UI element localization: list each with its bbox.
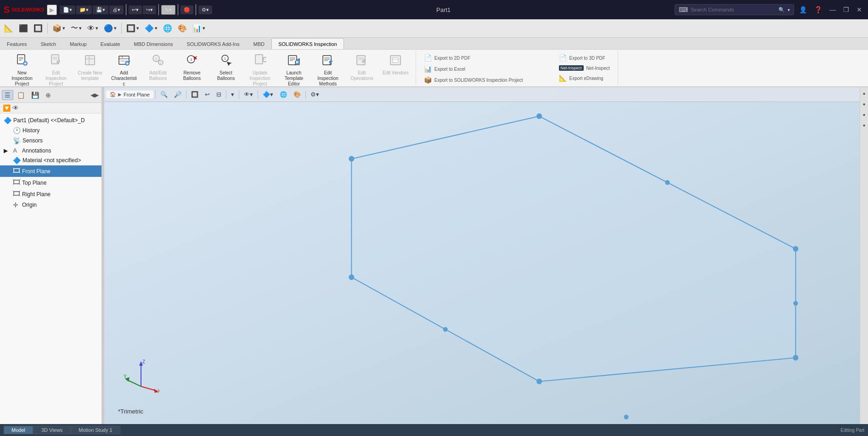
edit-vendors-btn[interactable]: Edit Vendors [379, 51, 412, 83]
model-tab[interactable]: Model [4, 426, 33, 434]
save-btn[interactable]: 💾▾ [93, 6, 108, 14]
export-2d-pdf-btn[interactable]: 📄 Export to 2D PDF [420, 52, 474, 63]
tab-features[interactable]: Features [0, 38, 34, 49]
axis-svg: Z X Y [123, 359, 159, 396]
search-input[interactable] [691, 7, 776, 12]
view-setting-btn[interactable]: 🎨 [175, 23, 189, 34]
create-new-template-btn[interactable]: Create New template [73, 51, 107, 83]
tab-solidworks-inspection[interactable]: SOLIDWORKS Inspection [271, 38, 344, 49]
rebuild-btn[interactable]: 🔴 [180, 6, 193, 14]
tree-item-right-plane[interactable]: Right Plane [0, 188, 101, 200]
export-3d-pdf-btn[interactable]: 📄 Export to 3D PDF [555, 52, 609, 63]
export-edrawing-btn[interactable]: 📐 Export eDrawing [555, 73, 608, 84]
new-inspection-project-btn[interactable]: New Inspection Project [6, 51, 39, 83]
view-previous-btn[interactable]: ↩ [202, 90, 213, 99]
export-3d-label: Export to 3D PDF [569, 56, 605, 61]
search-commands-box[interactable]: ⌨ 🔍 ▾ [675, 4, 794, 15]
tree-item-sensors[interactable]: 📡 Sensors [0, 136, 101, 146]
section-view-btn[interactable]: 🔵▾ [101, 23, 119, 34]
tab-mbd[interactable]: MBD [246, 38, 271, 49]
add-characteristic-btn[interactable]: ① Characteristic Add Characteristic [107, 51, 141, 83]
tree-item-front-plane[interactable]: Front Plane [0, 165, 101, 177]
tree-item-material[interactable]: 🔷 Material <not specified> [0, 155, 101, 165]
minimize-btn[interactable]: — [827, 5, 838, 14]
open-file-btn[interactable]: 📁▾ [76, 6, 92, 14]
section-view-btn[interactable]: ⊟ [214, 90, 224, 99]
export-sw-project-btn[interactable]: 📦 Export to SOLIDWORKS Inspection Projec… [420, 74, 527, 85]
undo-btn[interactable]: ↩▾ [129, 6, 142, 14]
3d-views-tab[interactable]: 3D Views [34, 426, 70, 434]
render-tools-btn[interactable]: 🎨 [291, 90, 304, 99]
dim-expert-btn[interactable]: ⊕ [43, 90, 54, 100]
search-dropdown-icon[interactable]: ▾ [788, 7, 790, 12]
redo-btn[interactable]: ↪▾ [143, 6, 156, 14]
tree-item-origin[interactable]: ✛ Origin [0, 200, 101, 210]
launch-template-editor-btn[interactable]: ▶ Launch Template Editor [277, 51, 310, 83]
svg-point-67 [349, 156, 354, 162]
options-btn[interactable]: ⚙▾ [198, 6, 212, 14]
breadcrumb-home-icon[interactable]: 🏠 [110, 91, 116, 97]
sep-t2 [121, 23, 122, 34]
smart-dimension-btn[interactable]: 📐 [2, 23, 16, 34]
edit-inspection-methods-btn[interactable]: Edit Inspection Methods [311, 51, 344, 83]
right-panel-btn1[interactable]: ● [862, 90, 866, 97]
view-orient-btn[interactable]: 🔲 [188, 90, 201, 99]
new-file-btn[interactable]: 📄▾ [60, 6, 75, 14]
update-inspection-btn[interactable]: Update Inspection Project [243, 51, 276, 83]
zoom-in-btn[interactable]: 🔎 [171, 90, 184, 99]
zoom-to-fit-btn[interactable]: 🔍 [158, 90, 170, 99]
restore-btn[interactable]: ❐ [841, 5, 851, 14]
curve-btn[interactable]: 〜▾ [68, 22, 84, 34]
tree-item-annotations[interactable]: ▶ A Annotations [0, 146, 101, 155]
make-block-btn[interactable]: ⬛ [17, 23, 30, 34]
tab-evaluate[interactable]: Evaluate [94, 38, 127, 49]
svg-text:Z: Z [142, 359, 145, 364]
display-style-vp-btn[interactable]: 🔷▾ [260, 90, 276, 99]
export-excel-btn[interactable]: 📊 Export to Excel [420, 63, 469, 74]
right-panel-btn4[interactable]: ● [862, 122, 866, 129]
sep-t1 [47, 23, 48, 34]
tab-mbd-dimensions[interactable]: MBD Dimensions [127, 38, 180, 49]
select-tool-btn[interactable]: ↖▾ [161, 5, 175, 15]
view-orientation-btn[interactable]: 🔲▾ [124, 23, 141, 34]
tree-item-top-plane[interactable]: Top Plane [0, 177, 101, 188]
scene-btn[interactable]: 🌐 [161, 23, 175, 34]
edit-inspection-btn[interactable]: Edit Inspection Project [39, 51, 73, 83]
help-btn[interactable]: ❓ [812, 5, 824, 14]
hide-show-btn[interactable]: 👁▾ [85, 23, 101, 34]
feature-manager-btn[interactable]: ☰ [2, 90, 13, 100]
display-style-btn[interactable]: 🔷▾ [142, 23, 160, 34]
tab-markup[interactable]: Markup [63, 38, 94, 49]
tab-solidworks-addins[interactable]: SOLIDWORKS Add-Ins [180, 38, 247, 49]
left-panel-toolbar: ☰ 📋 💾 ⊕ ◀▶ [0, 87, 101, 103]
remove-balloons-btn[interactable]: 1 Remove Balloons [175, 51, 209, 83]
net-inspect-btn[interactable]: Net-Inspect Net-Inspect [555, 63, 614, 73]
user-icon-btn[interactable]: 👤 [797, 5, 809, 14]
motion-study-tab[interactable]: Motion Study 1 [71, 426, 120, 434]
select-balloons-btn[interactable]: 1 Select Balloons [209, 51, 242, 83]
config-manager-btn[interactable]: 💾 [28, 90, 42, 100]
view-settings-btn[interactable]: ⚙▾ [308, 90, 322, 99]
title-bar: S SOLIDWORKS ▶ 📄▾ 📁▾ 💾▾ 🖨▾ ↩▾ ↪▾ ↖▾ 🔴 ⚙▾… [0, 0, 868, 19]
close-btn[interactable]: ✕ [854, 5, 864, 14]
property-manager-btn[interactable]: 📋 [14, 90, 28, 100]
hide-show-vp-btn[interactable]: 👁▾ [241, 90, 256, 99]
view-mode-btn[interactable]: ▾ [228, 90, 237, 99]
edit-operations-btn[interactable]: Edit Operations [345, 51, 378, 83]
scene-vp-btn[interactable]: 🌐 [277, 90, 290, 99]
arrow-forward-btn[interactable]: ▶ [47, 5, 57, 15]
tree-item-history[interactable]: 🕐 History [0, 125, 101, 136]
lp-expand-btn[interactable]: ◀▶ [90, 91, 100, 99]
viewport[interactable]: 🏠 ▶ Front Plane 🔍 🔎 🔲 ↩ ⊟ ▾ 👁▾ 🔷▾ 🌐 🎨 ⚙▾ [104, 87, 860, 424]
svg-rect-30 [255, 55, 263, 64]
reference-geometry-btn[interactable]: 📦▾ [50, 23, 68, 34]
add-edit-balloons-btn[interactable]: 1 2 Add/Edit Balloons [141, 51, 175, 83]
tab-sketch[interactable]: Sketch [34, 38, 63, 49]
instant3d-btn[interactable]: 🔲 [31, 23, 45, 34]
right-panel-btn2[interactable]: ● [862, 101, 866, 108]
svg-line-61 [19, 195, 20, 196]
display-mgr-btn[interactable]: 📊▾ [190, 23, 208, 34]
tree-root-item[interactable]: 🔷 Part1 (Default) <<Default>_D [0, 115, 101, 125]
right-panel-btn3[interactable]: ● [862, 111, 866, 118]
print-btn[interactable]: 🖨▾ [109, 6, 124, 14]
